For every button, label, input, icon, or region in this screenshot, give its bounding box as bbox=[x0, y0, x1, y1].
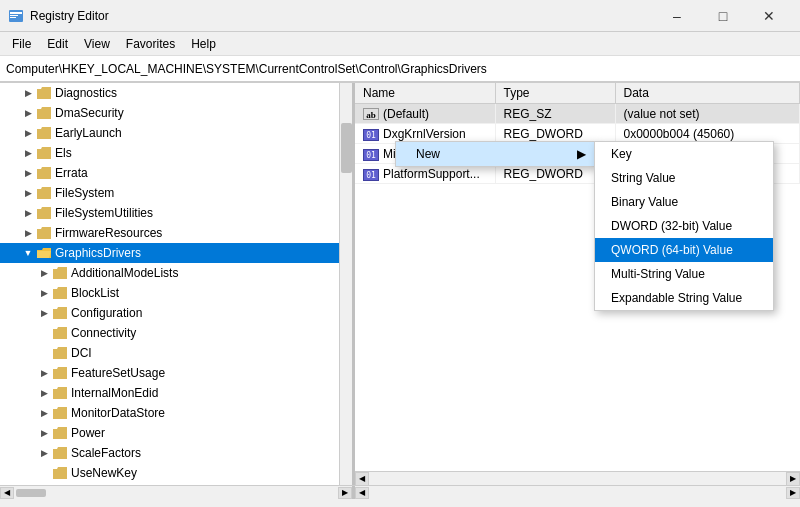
expand-icon[interactable]: ▶ bbox=[20, 225, 36, 241]
tree-item-additionalmodelists[interactable]: ▶ AdditionalModeLists bbox=[0, 263, 352, 283]
tree-item-configuration[interactable]: ▶ Configuration bbox=[0, 303, 352, 323]
submenu-string-value[interactable]: String Value bbox=[595, 166, 773, 190]
submenu-multi-string-value[interactable]: Multi-String Value bbox=[595, 262, 773, 286]
tree-item-usenewkey[interactable]: ▶ UseNewKey bbox=[0, 463, 352, 483]
maximize-button[interactable]: □ bbox=[700, 0, 746, 32]
tree-label: FeatureSetUsage bbox=[71, 366, 165, 380]
tree-item-power[interactable]: ▶ Power bbox=[0, 423, 352, 443]
scroll-left-btn[interactable]: ◀ bbox=[355, 472, 369, 486]
menu-bar: File Edit View Favorites Help bbox=[0, 32, 800, 56]
right-h-scrollbar[interactable]: ◀ ▶ bbox=[355, 471, 800, 485]
submenu-dword-value[interactable]: DWORD (32-bit) Value bbox=[595, 214, 773, 238]
bottom-scrollbar-area: ◀ ▶ ◀ ▶ bbox=[0, 485, 800, 499]
submenu-expandable-string-value[interactable]: Expandable String Value bbox=[595, 286, 773, 310]
col-name[interactable]: Name bbox=[355, 83, 495, 104]
minimize-button[interactable]: – bbox=[654, 0, 700, 32]
tree-item-filesystem[interactable]: ▶ FileSystem bbox=[0, 183, 352, 203]
folder-icon bbox=[36, 126, 52, 140]
expand-icon[interactable]: ▶ bbox=[36, 385, 52, 401]
tree-item-filesystemutilities[interactable]: ▶ FileSystemUtilities bbox=[0, 203, 352, 223]
h-scroll-thumb[interactable] bbox=[16, 489, 46, 497]
expand-icon[interactable]: ▶ bbox=[20, 165, 36, 181]
expand-icon[interactable]: ▶ bbox=[36, 265, 52, 281]
tree-scrollbar[interactable] bbox=[339, 83, 352, 485]
expand-icon[interactable]: ▶ bbox=[20, 145, 36, 161]
tree-scroll[interactable]: ▶ Diagnostics ▶ DmaSecurity ▶ E bbox=[0, 83, 352, 485]
new-submenu-panel: Key String Value Binary Value DWORD (32-… bbox=[594, 141, 774, 311]
scroll-left-btn[interactable]: ◀ bbox=[0, 487, 14, 499]
tree-item-dci[interactable]: ▶ DCI bbox=[0, 343, 352, 363]
menu-edit[interactable]: Edit bbox=[39, 35, 76, 53]
table-row-default[interactable]: ab(Default) REG_SZ (value not set) bbox=[355, 104, 800, 124]
ctx-new-item[interactable]: New ▶ bbox=[396, 142, 594, 166]
scroll-right-btn[interactable]: ▶ bbox=[338, 487, 352, 499]
tree-item-connectivity[interactable]: ▶ Connectivity bbox=[0, 323, 352, 343]
menu-favorites[interactable]: Favorites bbox=[118, 35, 183, 53]
tree-label: DCI bbox=[71, 346, 92, 360]
scroll-right-btn2[interactable]: ▶ bbox=[786, 487, 800, 499]
expand-icon[interactable]: ▶ bbox=[20, 185, 36, 201]
right-h-scrollbar2[interactable]: ◀ ▶ bbox=[355, 486, 800, 499]
expand-icon[interactable]: ▶ bbox=[36, 465, 52, 481]
expand-icon[interactable]: ▶ bbox=[36, 425, 52, 441]
expand-icon[interactable]: ▶ bbox=[36, 285, 52, 301]
expand-icon[interactable]: ▶ bbox=[36, 305, 52, 321]
tree-label: GraphicsDrivers bbox=[55, 246, 141, 260]
cell-name: ab(Default) bbox=[355, 104, 495, 124]
expand-icon[interactable]: ▶ bbox=[20, 85, 36, 101]
submenu-key[interactable]: Key bbox=[595, 142, 773, 166]
scroll-left-btn2[interactable]: ◀ bbox=[355, 487, 369, 499]
folder-icon bbox=[52, 266, 68, 280]
submenu-arrow-icon: ▶ bbox=[577, 147, 586, 161]
tree-item-firmwareresources[interactable]: ▶ FirmwareResources bbox=[0, 223, 352, 243]
expand-icon[interactable]: ▼ bbox=[20, 245, 36, 261]
expand-icon[interactable]: ▶ bbox=[36, 325, 52, 341]
tree-item-grouporderlist[interactable]: ▶ GroupOrderList bbox=[0, 483, 352, 485]
app-icon bbox=[8, 8, 24, 24]
menu-view[interactable]: View bbox=[76, 35, 118, 53]
tree-item-errata[interactable]: ▶ Errata bbox=[0, 163, 352, 183]
expand-icon[interactable]: ▶ bbox=[36, 365, 52, 381]
tree-item-featuresetusage[interactable]: ▶ FeatureSetUsage bbox=[0, 363, 352, 383]
expand-icon[interactable]: ▶ bbox=[20, 205, 36, 221]
tree-label: Configuration bbox=[71, 306, 142, 320]
tree-label: EarlyLaunch bbox=[55, 126, 122, 140]
svg-rect-1 bbox=[10, 12, 22, 14]
submenu-binary-value[interactable]: Binary Value bbox=[595, 190, 773, 214]
tree-item-monitordatastore[interactable]: ▶ MonitorDataStore bbox=[0, 403, 352, 423]
tree-item-scalefactors[interactable]: ▶ ScaleFactors bbox=[0, 443, 352, 463]
submenu-qword-value[interactable]: QWORD (64-bit) Value bbox=[595, 238, 773, 262]
folder-icon bbox=[52, 466, 68, 480]
tree-label: Diagnostics bbox=[55, 86, 117, 100]
folder-icon bbox=[52, 426, 68, 440]
folder-icon bbox=[36, 226, 52, 240]
scroll-right-btn[interactable]: ▶ bbox=[786, 472, 800, 486]
expand-icon[interactable]: ▶ bbox=[36, 445, 52, 461]
tree-item-internalmonedid[interactable]: ▶ InternalMonEdid bbox=[0, 383, 352, 403]
folder-icon bbox=[52, 346, 68, 360]
expand-icon[interactable]: ▶ bbox=[36, 405, 52, 421]
folder-open-icon bbox=[36, 246, 52, 260]
tree-scrollbar-thumb[interactable] bbox=[341, 123, 352, 173]
right-pane: Name Type Data ab(Default) REG_SZ (value… bbox=[355, 83, 800, 485]
expand-icon[interactable]: ▶ bbox=[36, 345, 52, 361]
tree-item-graphicsdrivers[interactable]: ▼ GraphicsDrivers bbox=[0, 243, 352, 263]
expand-icon[interactable]: ▶ bbox=[20, 105, 36, 121]
menu-help[interactable]: Help bbox=[183, 35, 224, 53]
address-bar[interactable]: Computer\HKEY_LOCAL_MACHINE\SYSTEM\Curre… bbox=[0, 56, 800, 82]
close-button[interactable]: ✕ bbox=[746, 0, 792, 32]
menu-file[interactable]: File bbox=[4, 35, 39, 53]
col-data[interactable]: Data bbox=[615, 83, 800, 104]
tree-h-scrollbar[interactable]: ◀ ▶ bbox=[0, 486, 355, 499]
tree-item-earlylaunch[interactable]: ▶ EarlyLaunch bbox=[0, 123, 352, 143]
tree-label: AdditionalModeLists bbox=[71, 266, 178, 280]
tree-item-dmasecurity[interactable]: ▶ DmaSecurity bbox=[0, 103, 352, 123]
expand-icon[interactable]: ▶ bbox=[20, 125, 36, 141]
col-type[interactable]: Type bbox=[495, 83, 615, 104]
tree-label: Connectivity bbox=[71, 326, 136, 340]
folder-icon bbox=[36, 106, 52, 120]
title-bar: Registry Editor – □ ✕ bbox=[0, 0, 800, 32]
tree-item-blocklist[interactable]: ▶ BlockList bbox=[0, 283, 352, 303]
tree-item-diagnostics[interactable]: ▶ Diagnostics bbox=[0, 83, 352, 103]
tree-item-els[interactable]: ▶ Els bbox=[0, 143, 352, 163]
